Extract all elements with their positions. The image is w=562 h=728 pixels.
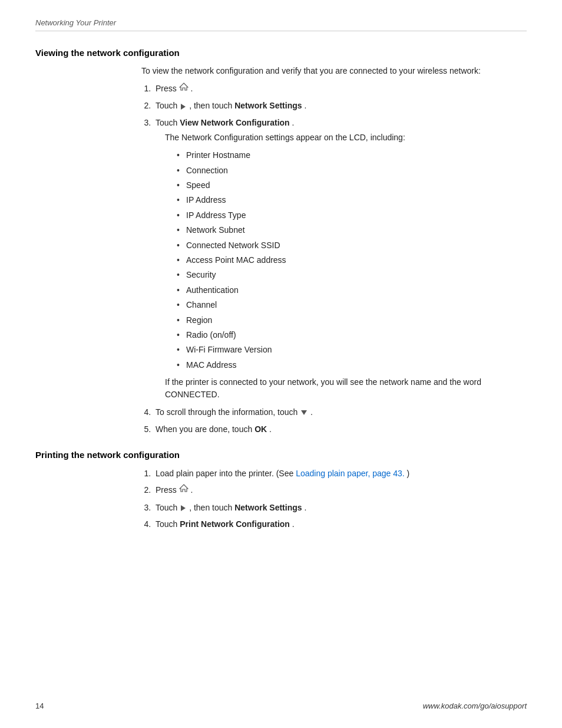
print-step1: Load plain paper into the printer. (See … (153, 467, 527, 480)
print-step2-text-after: . (191, 485, 193, 495)
arrow-down-icon (301, 410, 307, 415)
footer-page-number: 14 (35, 701, 44, 710)
page-header: Networking Your Printer (35, 18, 527, 31)
step5-text-after: . (269, 424, 272, 434)
print-step3-bold: Network Settings (234, 503, 302, 512)
step2-text-before: Touch (156, 101, 177, 110)
section2-content: Load plain paper into the printer. (See … (141, 467, 527, 531)
print-step3: Touch , then touch Network Settings . (153, 501, 527, 514)
step3-sub-intro: The Network Configuration settings appea… (165, 131, 527, 144)
bullet-item-4: IP Address Type (177, 209, 527, 222)
step2-text-after: . (304, 101, 306, 110)
step2-bold: Network Settings (234, 101, 302, 110)
section2-heading: Printing the network configuration (35, 450, 527, 460)
print-step4-bold: Print Network Configuration (180, 519, 290, 529)
step4-text-after: . (310, 407, 313, 417)
bullet-item-9: Authentication (177, 284, 527, 297)
section1-heading: Viewing the network configuration (35, 48, 527, 58)
step3-text-before: Touch (156, 118, 177, 127)
step3-bold: View Network Configuration (180, 118, 289, 127)
bullet-item-2: Speed (177, 179, 527, 192)
section1-intro: To view the network configuration and ve… (141, 65, 527, 77)
step1-text-before: Press (156, 84, 177, 93)
bullet-item-5: Network Subnet (177, 223, 527, 236)
step5: When you are done, touch OK . (153, 423, 527, 436)
bullet-item-8: Security (177, 268, 527, 281)
page-footer: 14 www.kodak.com/go/aiosupport (35, 701, 527, 710)
bullet-item-1: Connection (177, 164, 527, 177)
step3-text-after: . (292, 118, 295, 127)
svg-marker-1 (180, 485, 188, 492)
bullet-item-14: MAC Address (177, 358, 527, 371)
print-step1-link[interactable]: Loading plain paper, page 43. (296, 469, 405, 478)
print-step4-text-before: Touch (156, 519, 177, 529)
step3-sub-note: If the printer is connected to your netw… (165, 376, 527, 401)
bullet-item-10: Channel (177, 298, 527, 311)
bullet-item-3: IP Address (177, 193, 527, 206)
step4-text-before: To scroll through the information, touch (156, 407, 297, 417)
step1-text-after: . (191, 84, 193, 93)
print-step4: Touch Print Network Configuration . (153, 518, 527, 531)
print-step3-text-mid: , then touch (189, 503, 232, 512)
footer-url: www.kodak.com/go/aiosupport (423, 701, 527, 710)
section2-steps: Load plain paper into the printer. (See … (153, 467, 527, 531)
section1-content: To view the network configuration and ve… (141, 65, 527, 436)
print-step1-text-before: Load plain paper into the printer. (See (156, 469, 293, 478)
bullet-item-13: Wi-Fi Firmware Version (177, 343, 527, 356)
bullet-item-11: Region (177, 314, 527, 327)
print-step2-text-before: Press (156, 485, 177, 495)
print-step3-text-after: . (304, 503, 306, 512)
step2-text-mid: , then touch (189, 101, 232, 110)
bullet-item-12: Radio (on/off) (177, 328, 527, 341)
header-text: Networking Your Printer (35, 18, 116, 27)
home-icon-2 (179, 483, 189, 496)
svg-marker-0 (180, 83, 188, 90)
step5-bold: OK (254, 424, 267, 434)
arrow-right-icon-1 (181, 104, 186, 110)
print-step3-text-before: Touch (156, 503, 177, 512)
home-icon-1 (179, 82, 189, 95)
bullet-item-6: Connected Network SSID (177, 239, 527, 252)
step3-bullet-list: Printer HostnameConnectionSpeedIP Addres… (177, 149, 527, 371)
print-step4-text-after: . (292, 519, 295, 529)
section1-steps: Press . Touch , then touch Network Setti… (153, 82, 527, 436)
page-container: Networking Your Printer Viewing the netw… (0, 0, 562, 728)
print-step2: Press . (153, 483, 527, 497)
step4: To scroll through the information, touch… (153, 406, 527, 419)
bullet-item-7: Access Point MAC address (177, 253, 527, 266)
arrow-right-icon-2 (181, 505, 186, 511)
section-viewing: Viewing the network configuration To vie… (35, 48, 527, 436)
step3-sub-content: The Network Configuration settings appea… (165, 131, 527, 401)
step1: Press . (153, 82, 527, 95)
section-printing: Printing the network configuration Load … (35, 450, 527, 531)
print-step1-text-after: ) (407, 469, 410, 478)
bullet-item-0: Printer Hostname (177, 149, 527, 162)
step3: Touch View Network Configuration . The N… (153, 116, 527, 401)
step2: Touch , then touch Network Settings . (153, 99, 527, 112)
step5-text-before: When you are done, touch (156, 424, 252, 434)
